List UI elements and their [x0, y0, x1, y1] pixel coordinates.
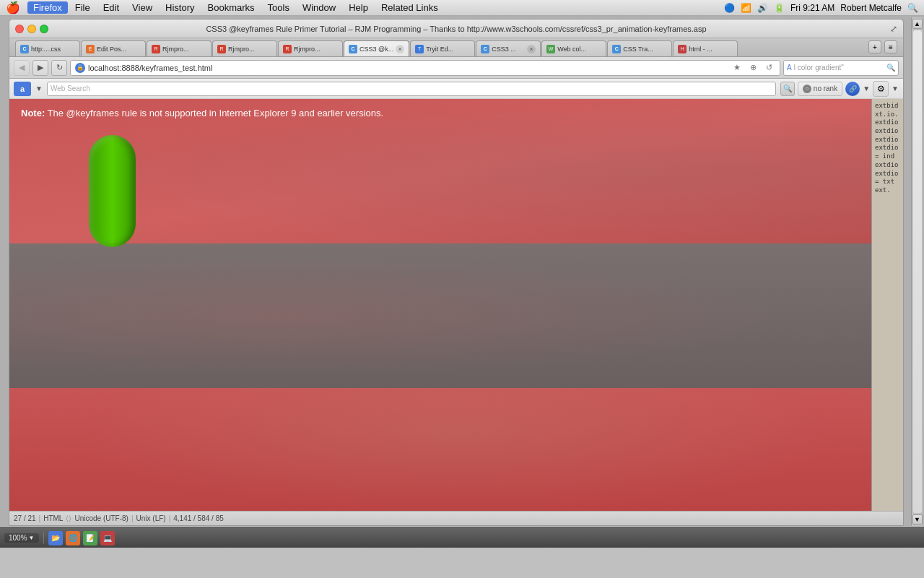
tabs-controls: + ≡	[868, 40, 897, 53]
tab-icon-5: C	[349, 45, 357, 53]
alexa-search-icon: A	[787, 64, 792, 72]
tab-3[interactable]: R Rjmpro...	[212, 40, 277, 56]
tab-label-8: Web col...	[557, 46, 586, 53]
menu-window[interactable]: Window	[297, 1, 341, 14]
alexa-dropdown[interactable]: ▼	[35, 85, 43, 92]
tab-4[interactable]: R Rjmpro...	[278, 40, 343, 56]
reader-mode[interactable]: ⊕	[746, 61, 759, 74]
refresh-addr[interactable]: ↺	[762, 61, 775, 74]
tab-5-active[interactable]: C CSS3 @k... ×	[344, 40, 409, 56]
scrollbar[interactable]: ▲ ▼	[911, 17, 923, 526]
tab-label-7: CSS3 ...	[492, 46, 516, 53]
note-bold: Note:	[21, 108, 45, 118]
system-user: Robert Metcalfe	[840, 3, 902, 13]
close-button[interactable]	[15, 25, 24, 33]
tab-icon-3: R	[217, 45, 226, 53]
menu-view[interactable]: View	[126, 1, 158, 14]
taskbar-icon-2[interactable]: 🌐	[66, 531, 80, 545]
menu-file[interactable]: File	[69, 1, 96, 14]
back-button[interactable]: ◀	[14, 60, 30, 76]
tab-icon-0: C	[20, 45, 29, 53]
system-time: Fri 9:21 AM	[790, 3, 834, 13]
tab-label-5: CSS3 @k...	[359, 46, 393, 53]
tab-9[interactable]: C CSS Tra...	[607, 40, 672, 56]
gear-dropdown[interactable]: ▼	[892, 85, 899, 92]
tab-1[interactable]: E Edit Pos...	[81, 40, 146, 56]
menu-history[interactable]: History	[160, 1, 200, 14]
tab-8[interactable]: W Web col...	[541, 40, 606, 56]
maximize-button[interactable]	[40, 25, 48, 33]
scroll-up[interactable]: ▲	[912, 19, 923, 29]
link-icon[interactable]: 🔗	[845, 82, 860, 96]
nav-bar: ◀ ▶ ↻ 🔒 localhost:8888/keyframes_test.ht…	[9, 57, 903, 79]
tab-7[interactable]: C CSS3 ... ×	[476, 40, 541, 56]
taskbar-icon-3[interactable]: 📝	[83, 531, 97, 545]
taskbar-divider	[43, 532, 44, 544]
reload-button[interactable]: ↻	[51, 60, 67, 76]
status-cursor-pos: 27 / 21	[14, 514, 36, 522]
status-left: 27 / 21 | HTML ⟨⟩ Unicode (UTF-8) | Unix…	[14, 514, 224, 522]
apple-menu[interactable]: 🍎	[6, 1, 20, 14]
new-tab-button[interactable]: +	[868, 40, 881, 53]
alexa-search-placeholder: Web Search	[51, 85, 90, 92]
search-submit[interactable]: 🔍	[886, 64, 895, 72]
browser-window: CSS3 @keyframes Rule Primer Tutorial – R…	[9, 19, 904, 526]
traffic-lights	[15, 25, 48, 33]
taskbar-icon-1[interactable]: 📂	[48, 531, 63, 545]
menu-help[interactable]: Help	[343, 1, 374, 14]
scroll-down[interactable]: ▼	[912, 514, 923, 525]
rank-text: no rank	[814, 85, 837, 92]
no-rank-icon: ○	[803, 85, 811, 93]
mac-menubar: 🍎 Firefox File Edit View History Bookmar…	[0, 0, 924, 16]
tab-label-4: Rjmpro...	[294, 46, 321, 53]
search-placeholder: l color gradient"	[794, 64, 844, 72]
menu-bookmarks[interactable]: Bookmarks	[202, 1, 261, 14]
zoom-level: 100%	[9, 534, 27, 542]
tab-label-0: http:....css	[31, 46, 61, 53]
tab-close-7[interactable]: ×	[527, 45, 536, 53]
tab-close-5[interactable]: ×	[396, 45, 404, 53]
note-container: Note: The @keyframes rule is not support…	[21, 108, 383, 118]
tab-6[interactable]: T Tryit Ed...	[410, 40, 475, 56]
status-div3: |	[131, 514, 134, 522]
alexa-bar: a ▼ Web Search 🔍 ○ no rank 🔗 ▼ ⚙ ▼	[9, 79, 903, 99]
menu-firefox[interactable]: Firefox	[27, 1, 68, 14]
right-panel: extbidxt.io.extdioextdioextdioextdio= in…	[871, 99, 903, 511]
alexa-search-btn[interactable]: 🔍	[780, 82, 795, 96]
tab-label-9: CSS Tra...	[623, 46, 653, 53]
tabs-scroll-button[interactable]: ≡	[884, 40, 897, 53]
bookmark-star[interactable]: ★	[731, 61, 744, 74]
search-go-btn[interactable]: 🔍	[780, 82, 795, 96]
zoom-dropdown-arrow[interactable]: ▼	[29, 535, 35, 541]
tab-icon-6: T	[415, 45, 424, 53]
status-div1: |	[39, 514, 41, 522]
taskbar-icon-4[interactable]: 💻	[100, 531, 115, 545]
status-lineending: Unix (LF)	[136, 514, 166, 522]
alexa-search-field[interactable]: Web Search	[47, 82, 776, 96]
forward-button[interactable]: ▶	[32, 60, 48, 76]
status-filetype: HTML	[43, 514, 63, 522]
menu-edit[interactable]: Edit	[97, 1, 125, 14]
tab-icon-10: H	[678, 45, 687, 53]
menu-tools[interactable]: Tools	[262, 1, 295, 14]
tab-2[interactable]: R Rjmpro...	[147, 40, 212, 56]
bg-bottom-red	[9, 388, 903, 511]
zoom-control[interactable]: 100% ▼	[4, 533, 39, 543]
address-actions: ★ ⊕ ↺	[731, 61, 775, 74]
status-bar: 27 / 21 | HTML ⟨⟩ Unicode (UTF-8) | Unix…	[9, 511, 903, 525]
note-text: The @keyframes rule is not supported in …	[48, 108, 384, 118]
tab-10[interactable]: H html - ...	[673, 40, 738, 56]
tab-0[interactable]: C http:....css	[15, 40, 80, 56]
tab-label-10: html - ...	[689, 46, 712, 53]
address-bar[interactable]: 🔒 localhost:8888/keyframes_test.html ★ ⊕…	[70, 60, 780, 76]
minimize-button[interactable]	[27, 25, 36, 33]
title-bar-expand[interactable]: ⤢	[890, 24, 897, 34]
browser-content: Note: The @keyframes rule is not support…	[9, 99, 903, 511]
menu-related-links[interactable]: Related Links	[375, 1, 444, 14]
spotlight-icon[interactable]: 🔍	[907, 3, 918, 13]
tab-icon-8: W	[546, 45, 555, 53]
gear-settings[interactable]: ⚙	[873, 81, 889, 97]
link-dropdown[interactable]: ▼	[863, 85, 870, 92]
scroll-thumb[interactable]	[913, 30, 922, 513]
window-title: CSS3 @keyframes Rule Primer Tutorial – R…	[206, 25, 706, 33]
